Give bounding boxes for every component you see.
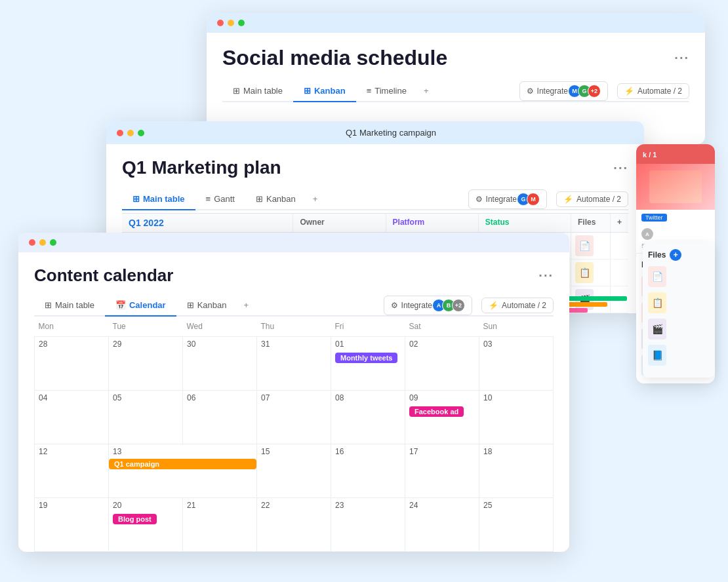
automate-button-win1[interactable]: ⚡ Automate / 2 [617,83,689,99]
automate-icon: ⚡ [624,87,634,96]
cal-cell[interactable]: 08 [331,391,405,444]
cal-cell[interactable]: 12 [35,444,109,498]
dot-red2[interactable] [117,130,123,136]
dot-red3[interactable] [29,239,35,246]
avatar-win3-more: +2 [452,299,465,312]
integrate-button-win1[interactable]: ⚙ Integrate M G +2 [519,81,608,101]
timeline-icon: ≡ [367,86,372,96]
tab-win3-calendar[interactable]: 📅 Calendar [105,295,176,317]
integrate-button-win2[interactable]: ⚙ Integrate G M [468,189,547,209]
win2-title-row: Q1 Marketing plan ··· [122,157,628,178]
tab-win1-timeline[interactable]: ≡ Timeline [356,81,417,102]
automate-button-win2[interactable]: ⚡ Automate / 2 [556,191,628,207]
cal-cell[interactable]: 02 [405,337,479,391]
tab-win1-kanban[interactable]: ⊞ Kanban [293,81,356,102]
dot-red[interactable] [217,20,224,26]
avatar-group-win1: M G +2 [571,85,601,98]
tab-add-win1[interactable]: + [417,81,435,102]
row1-add [610,233,628,259]
cal-cell[interactable]: 03 [479,337,554,391]
dot-yellow[interactable] [228,20,234,26]
tab-win2-kanban[interactable]: ⊞ Kanban [245,189,306,210]
cal-week-3: 12 13 Q1 campaign 15 16 17 18 [35,444,554,498]
event-q1-campaign[interactable]: Q1 campaign [109,459,256,469]
cal-cell[interactable]: 05 [109,391,183,444]
cal-cell[interactable]: 25 [479,498,554,552]
cal-day-fri: Fri [331,317,405,337]
win2-topbar-label: Q1 Marketing campaign [346,128,436,138]
cal-cell[interactable]: 21 [183,498,257,552]
dot-green[interactable] [238,20,245,26]
cal-cell[interactable]: 24 [405,498,479,552]
win1-titlebar [207,13,705,33]
dot-yellow2[interactable] [127,130,134,136]
cal-week-1: 28 29 30 31 01 Monthly tweets 02 03 [35,337,554,391]
automate-button-win3[interactable]: ⚡ Automate / 2 [481,298,554,313]
tab-add-win3[interactable]: + [237,295,255,317]
tab-add-win2[interactable]: + [306,189,325,210]
table-icon: ⊞ [233,86,240,96]
row2-files: 📋 [571,260,610,286]
tab-win3-main-table[interactable]: ⊞ Main table [34,295,105,317]
cal-cell[interactable]: 29 [109,337,183,391]
side-pdf-1: 📄 [648,266,666,287]
side-vid-1: 🎬 [648,319,666,340]
side-blue-1: 📘 [648,345,666,366]
dot-green2[interactable] [138,130,144,136]
event-blog-post[interactable]: Blog post [113,514,157,524]
side-files-add[interactable]: + [670,249,681,261]
win1-more-dots[interactable]: ··· [674,50,689,66]
cal-cell[interactable]: 18 [479,444,554,498]
col-header-add[interactable]: + [610,214,628,232]
cal-cell[interactable]: 19 [35,498,109,552]
tab-win1-main-table[interactable]: ⊞ Main table [222,81,293,102]
side-file-2: 📋 [648,292,710,313]
side-files-panel: Files + 📄 📋 🎬 📘 [643,242,715,378]
win3-more-dots[interactable]: ··· [538,268,554,283]
file-vid-3: 🎬 [575,289,594,310]
tab-win3-kanban[interactable]: ⊞ Kanban [176,295,237,317]
win1-title: Social media schedule [222,46,447,70]
cal-cell[interactable]: 23 [331,498,405,552]
col-header-name: Q1 2022 [122,214,293,232]
avatar-group-win2: G M [520,193,540,206]
day-29: 29 [113,340,178,349]
integrate-icon: ⚙ [527,87,534,96]
calendar-header: Mon Tue Wed Thu Fri Sat Sun [35,317,554,337]
dot-yellow3[interactable] [39,239,46,246]
row1-files: 📄 [571,233,610,259]
cal-cell[interactable]: 30 [183,337,257,391]
cal-cell[interactable]: 04 [35,391,109,444]
cal-cell[interactable]: 10 [479,391,554,444]
cal-cell[interactable]: 31 [257,337,331,391]
event-monthly-tweets[interactable]: Monthly tweets [335,353,397,363]
cal-cell[interactable]: 15 [257,444,331,498]
cal-cell[interactable]: 28 [35,337,109,391]
tab-win2-main-table[interactable]: ⊞ Main table [122,189,195,210]
cal-cell[interactable]: 09 Facebook ad [405,391,479,444]
gantt-icon: ≡ [206,194,211,204]
cal-cell[interactable]: 22 [257,498,331,552]
event-facebook-ad[interactable]: Facebook ad [409,406,464,417]
cal-day-sun: Sun [479,317,554,337]
cal-cell[interactable]: 07 [257,391,331,444]
svg-rect-0 [649,170,702,203]
win3-body: Content calendar ··· ⊞ Main table 📅 Cale… [18,252,569,552]
tab-win2-gantt[interactable]: ≡ Gantt [195,189,245,210]
cal-cell[interactable]: 01 Monthly tweets [331,337,405,391]
cal-cell[interactable]: 17 [405,444,479,498]
day-03: 03 [483,340,549,349]
cal-cell[interactable]: 13 Q1 campaign [109,444,257,498]
cal-cell[interactable]: 16 [331,444,405,498]
win4-tag: Twitter [641,214,667,222]
dot-green3[interactable] [50,239,56,246]
cal-day-mon: Mon [35,317,109,337]
win4-image [636,164,715,210]
integrate-button-win3[interactable]: ⚙ Integrate A B +2 [384,296,472,315]
cal-cell[interactable]: 06 [183,391,257,444]
win3-title-row: Content calendar ··· [34,265,554,286]
avatar-win2-2: M [527,193,540,206]
win2-col-headers: Q1 2022 Owner Platform Status Files + [122,213,628,233]
win2-more-dots[interactable]: ··· [613,161,628,176]
cal-cell[interactable]: 20 Blog post [109,498,183,552]
